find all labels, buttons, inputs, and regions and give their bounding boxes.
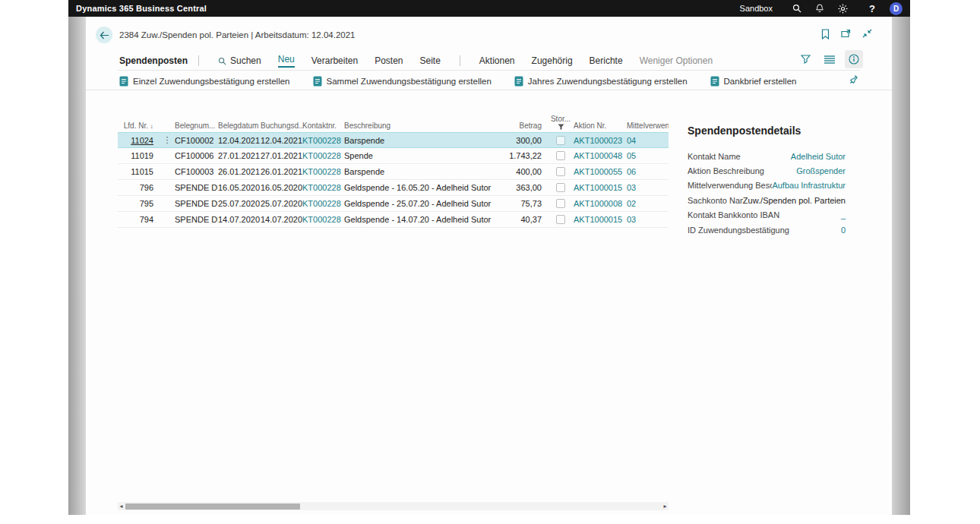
cell-belegnr: SPENDE DE...: [175, 183, 218, 192]
table-row[interactable]: 11024⋮CF10000212.04.202112.04.2021KT0002…: [118, 132, 669, 148]
detail-field: Mittelverwendung Beschreib...Aufbau Infr…: [688, 178, 846, 193]
bookmark-icon[interactable]: [821, 29, 830, 39]
horizontal-scrollbar[interactable]: ◂ ▸: [118, 502, 669, 510]
cell-lfdnr[interactable]: 796: [118, 183, 160, 192]
table-row[interactable]: 796SPENDE DE...16.05.202016.05.2020KT000…: [118, 180, 669, 196]
cell-mittelverwendung[interactable]: 06: [627, 167, 669, 176]
cell-buchungsdatum: 26.01.2021: [261, 167, 302, 176]
cell-mittelverwendung[interactable]: 03: [627, 215, 669, 224]
column-header-buchungsdatum[interactable]: Buchungsd...: [261, 122, 302, 130]
pin-icon[interactable]: [849, 74, 858, 84]
cell-beschreibung: Geldspende - 14.07.20 - Adelheid Sutor: [344, 215, 498, 224]
cell-aktionnr[interactable]: AKT1000023: [574, 136, 627, 145]
storno-checkbox[interactable]: [556, 167, 565, 176]
cell-belegnr: CF100003: [175, 167, 218, 176]
column-header-betrag[interactable]: Betrag: [498, 122, 548, 130]
action-button-jahres[interactable]: Jahres Zuwendungsbestätigung erstellen: [514, 76, 688, 87]
row-context-menu[interactable]: ⋮: [160, 135, 175, 145]
cell-kontaktnr[interactable]: KT000228: [302, 215, 344, 224]
menu-item-weniger-optionen[interactable]: Weniger Optionen: [640, 55, 713, 66]
menu-item-neu[interactable]: Neu: [278, 54, 295, 68]
column-header-belegdatum[interactable]: Belegdatum: [218, 122, 261, 130]
detail-value[interactable]: Aufbau Infrastruktur: [772, 181, 846, 190]
detail-value[interactable]: Großspender: [796, 166, 846, 175]
cell-aktionnr[interactable]: AKT1000015: [574, 183, 627, 192]
cell-mittelverwendung[interactable]: 02: [627, 199, 669, 208]
cell-betrag: 400,00: [498, 167, 548, 176]
cell-lfdnr[interactable]: 11024: [118, 136, 160, 145]
table-body: 11024⋮CF10000212.04.202112.04.2021KT0002…: [118, 132, 669, 228]
list-view-icon[interactable]: [820, 50, 839, 68]
table-row[interactable]: 795SPENDE DE...25.07.202025.07.2020KT000…: [118, 196, 669, 212]
storno-checkbox[interactable]: [556, 199, 565, 208]
cell-aktionnr[interactable]: AKT1000015: [574, 215, 627, 224]
column-header-lfdnr[interactable]: Lfd. Nr. ↓: [118, 122, 160, 130]
cell-lfdnr[interactable]: 794: [118, 215, 160, 224]
cell-kontaktnr[interactable]: KT000228: [302, 167, 344, 176]
detail-value[interactable]: Adelheid Sutor: [791, 152, 846, 161]
cell-betrag: 300,00: [498, 136, 548, 145]
menu-item-berichte[interactable]: Berichte: [590, 55, 623, 66]
action-button-sammel[interactable]: Sammel Zuwendungsbestätigung erstellen: [313, 76, 492, 87]
cell-mittelverwendung[interactable]: 03: [627, 183, 669, 192]
cell-aktionnr[interactable]: AKT1000008: [574, 199, 627, 208]
menu-item-posten[interactable]: Posten: [375, 55, 403, 66]
details-fields: Kontakt NameAdelheid SutorAktion Beschre…: [688, 149, 846, 237]
action-button-einzel[interactable]: Einzel Zuwendungsbestätigung erstellen: [119, 76, 290, 87]
column-header-aktionnr[interactable]: Aktion Nr.: [574, 122, 627, 130]
detail-value[interactable]: _: [841, 210, 846, 219]
detail-value[interactable]: 0: [841, 226, 846, 235]
app-window: Dynamics 365 Business Central Sandbox ? …: [68, 0, 910, 515]
storno-checkbox[interactable]: [556, 136, 565, 145]
search-icon[interactable]: [792, 4, 815, 13]
cell-mittelverwendung[interactable]: 05: [627, 151, 669, 160]
cell-kontaktnr[interactable]: KT000228: [302, 136, 344, 145]
menu-item-aktionen[interactable]: Aktionen: [479, 55, 515, 66]
scrollbar-thumb[interactable]: [125, 503, 300, 510]
cell-kontaktnr[interactable]: KT000228: [302, 199, 344, 208]
menu-item-seite[interactable]: Seite: [419, 55, 440, 66]
cell-lfdnr[interactable]: 11019: [118, 151, 160, 160]
cell-aktionnr[interactable]: AKT1000048: [574, 151, 627, 160]
detail-label: Aktion Beschreibung: [688, 166, 764, 175]
environment-label[interactable]: Sandbox: [740, 4, 773, 13]
cell-aktionnr[interactable]: AKT1000055: [574, 167, 627, 176]
menu-item-verarbeiten[interactable]: Verarbeiten: [311, 55, 358, 66]
cell-kontaktnr[interactable]: KT000228: [302, 151, 344, 160]
info-icon[interactable]: [845, 50, 863, 68]
table-row[interactable]: 11019CF10000627.01.202127.01.2021KT00022…: [118, 148, 669, 164]
scroll-right-arrow[interactable]: ▸: [662, 502, 669, 510]
column-header-storniert[interactable]: Stor...: [548, 115, 574, 130]
cell-betrag: 40,37: [498, 215, 548, 224]
storno-checkbox[interactable]: [556, 151, 565, 160]
list-caption: Spendenposten: [119, 55, 188, 66]
cell-mittelverwendung[interactable]: 04: [627, 136, 669, 145]
app-title[interactable]: Dynamics 365 Business Central: [76, 4, 207, 13]
table-row[interactable]: 794SPENDE DE...14.07.202014.07.2020KT000…: [118, 212, 669, 228]
cell-lfdnr[interactable]: 11015: [118, 167, 160, 176]
gear-icon[interactable]: [838, 4, 861, 14]
ribbon-menu: Spendenposten SuchenNeuVerarbeitenPosten…: [119, 52, 721, 69]
column-header-mittelverwendung[interactable]: Mittelverwen...: [627, 122, 669, 130]
column-header-kontaktnr[interactable]: Kontaktnr.: [302, 122, 344, 130]
bell-icon[interactable]: [815, 4, 838, 13]
vertical-scrollbar[interactable]: [892, 17, 910, 515]
storno-checkbox[interactable]: [556, 215, 565, 224]
filter-icon[interactable]: [796, 50, 814, 68]
action-button-dankbrief[interactable]: Dankbrief erstellen: [710, 76, 797, 87]
cell-kontaktnr[interactable]: KT000228: [302, 183, 344, 192]
open-in-window-icon[interactable]: [841, 29, 851, 39]
storno-checkbox[interactable]: [556, 183, 565, 192]
avatar[interactable]: D: [890, 2, 903, 15]
cell-lfdnr[interactable]: 795: [118, 199, 160, 208]
scroll-left-arrow[interactable]: ◂: [118, 502, 125, 510]
back-button[interactable]: [96, 27, 112, 43]
column-header-beschreibung[interactable]: Beschreibung: [344, 122, 498, 130]
sort-descending-icon: ↓: [148, 122, 153, 130]
menu-item-suchen[interactable]: Suchen: [218, 55, 261, 66]
table-row[interactable]: 11015CF10000326.01.202126.01.2021KT00022…: [118, 164, 669, 180]
help-icon[interactable]: ?: [861, 3, 884, 14]
collapse-icon[interactable]: [862, 29, 872, 39]
menu-item-zugeh-rig[interactable]: Zugehörig: [532, 55, 573, 66]
column-header-belegnr[interactable]: Belegnum...: [175, 122, 218, 130]
